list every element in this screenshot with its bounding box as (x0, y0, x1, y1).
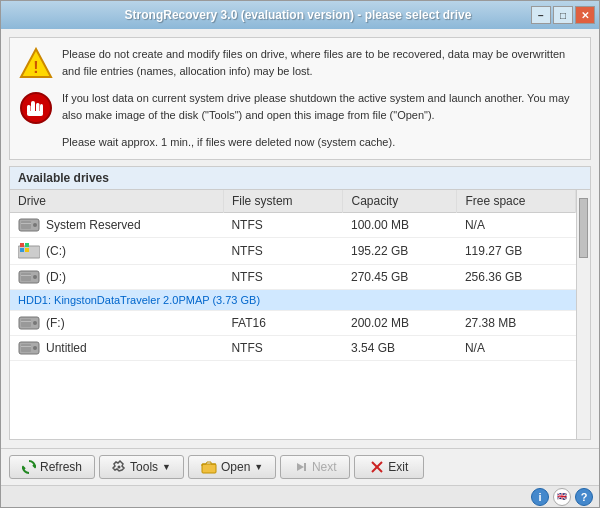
drives-section: Available drives Drive File system Capac… (9, 166, 591, 441)
svg-rect-7 (27, 111, 43, 116)
windows-drive-icon (18, 242, 40, 260)
open-icon (201, 460, 217, 474)
table-row[interactable]: (D:) NTFS 270.45 GB 256.36 GB (10, 264, 576, 289)
svg-rect-13 (20, 243, 24, 247)
open-button[interactable]: Open ▼ (188, 455, 276, 479)
svg-rect-16 (25, 248, 29, 252)
open-label: Open (221, 460, 250, 474)
col-capacity: Capacity (343, 190, 457, 213)
tools-dropdown-arrow: ▼ (162, 462, 171, 472)
svg-rect-14 (25, 243, 29, 247)
svg-rect-28 (21, 346, 31, 347)
tools-icon (112, 460, 126, 474)
title-bar: StrongRecovery 3.0 (evaluation version) … (1, 1, 599, 29)
close-button[interactable]: ✕ (575, 6, 595, 24)
svg-rect-20 (21, 275, 31, 276)
svg-rect-15 (20, 248, 24, 252)
drive-cell: (C:) (10, 237, 223, 264)
drive-cell: (F:) (10, 310, 223, 335)
warning-row-3: Please wait approx. 1 min., if files wer… (18, 134, 582, 151)
svg-rect-18 (21, 273, 31, 281)
svg-point-23 (33, 321, 37, 325)
drives-table: Drive File system Capacity Free space (10, 190, 576, 361)
hdd-icon (18, 315, 40, 331)
col-filesystem: File system (223, 190, 343, 213)
svg-rect-30 (202, 464, 216, 473)
info-button[interactable]: i (531, 488, 549, 506)
drive-cell: System Reserved (10, 212, 223, 237)
col-freespace: Free space (457, 190, 576, 213)
info-icon-label: i (538, 491, 541, 503)
table-group-header[interactable]: HDD1: KingstonDataTraveler 2.0PMAP (3.73… (10, 289, 576, 310)
warning-row-1: ! Please do not create and modify files … (18, 46, 582, 82)
table-row[interactable]: (F:) FAT16 200.02 MB 27.38 MB (10, 310, 576, 335)
main-window: StrongRecovery 3.0 (evaluation version) … (0, 0, 600, 508)
help-button[interactable]: ? (575, 488, 593, 506)
content-area: ! Please do not create and modify files … (1, 29, 599, 448)
exit-icon (370, 460, 384, 474)
drives-table-container: Drive File system Capacity Free space (10, 190, 576, 440)
svg-rect-26 (21, 344, 31, 352)
scrollbar-thumb[interactable] (579, 198, 588, 258)
refresh-button[interactable]: Refresh (9, 455, 95, 479)
hdd-icon (18, 217, 40, 233)
flag-icon-label: 🇬🇧 (557, 492, 567, 501)
exit-label: Exit (388, 460, 408, 474)
window-title: StrongRecovery 3.0 (evaluation version) … (65, 8, 531, 22)
drive-cell: (D:) (10, 264, 223, 289)
warning-row-2: If you lost data on current system drive… (18, 90, 582, 126)
drive-cell: Untitled (10, 335, 223, 360)
exit-button[interactable]: Exit (354, 455, 424, 479)
minimize-button[interactable]: − (531, 6, 551, 24)
drives-scrollbar[interactable] (576, 190, 590, 440)
svg-point-10 (33, 223, 37, 227)
table-row[interactable]: (C:) NTFS 195.22 GB 119.27 GB (10, 237, 576, 264)
warning-text-1: Please do not create and modify files on… (62, 46, 582, 79)
tools-button[interactable]: Tools ▼ (99, 455, 184, 479)
maximize-button[interactable]: □ (553, 6, 573, 24)
svg-point-19 (33, 275, 37, 279)
svg-rect-31 (304, 463, 306, 471)
next-label: Next (312, 460, 337, 474)
col-drive: Drive (10, 190, 223, 213)
warning-section: ! Please do not create and modify files … (9, 37, 591, 160)
warning-text-3: Please wait approx. 1 min., if files wer… (62, 134, 395, 151)
table-row[interactable]: Untitled NTFS 3.54 GB N/A (10, 335, 576, 360)
table-row[interactable]: System Reserved NTFS 100.00 MB N/A (10, 212, 576, 237)
warning-text-2: If you lost data on current system drive… (62, 90, 582, 123)
svg-text:!: ! (33, 59, 38, 76)
refresh-icon (22, 460, 36, 474)
table-header-row: Drive File system Capacity Free space (10, 190, 576, 213)
refresh-label: Refresh (40, 460, 82, 474)
hdd-icon (18, 269, 40, 285)
toolbar: Refresh Tools ▼ Open ▼ Next (1, 448, 599, 485)
next-button[interactable]: Next (280, 455, 350, 479)
help-icon-label: ? (581, 491, 588, 503)
svg-rect-22 (21, 319, 31, 327)
stop-hand-icon (18, 90, 54, 126)
svg-rect-9 (21, 221, 31, 229)
language-flag[interactable]: 🇬🇧 (553, 488, 571, 506)
hdd-icon (18, 340, 40, 356)
warning-triangle-icon: ! (18, 46, 54, 82)
next-icon (294, 460, 308, 474)
open-dropdown-arrow: ▼ (254, 462, 263, 472)
tools-label: Tools (130, 460, 158, 474)
svg-rect-11 (21, 223, 31, 224)
drives-section-title: Available drives (10, 167, 590, 190)
title-bar-buttons: − □ ✕ (531, 6, 595, 24)
drives-scroll-area[interactable]: Drive File system Capacity Free space (10, 190, 590, 440)
svg-rect-24 (21, 321, 31, 322)
svg-point-27 (33, 346, 37, 350)
status-bar: i 🇬🇧 ? (1, 485, 599, 507)
svg-point-29 (118, 466, 121, 469)
